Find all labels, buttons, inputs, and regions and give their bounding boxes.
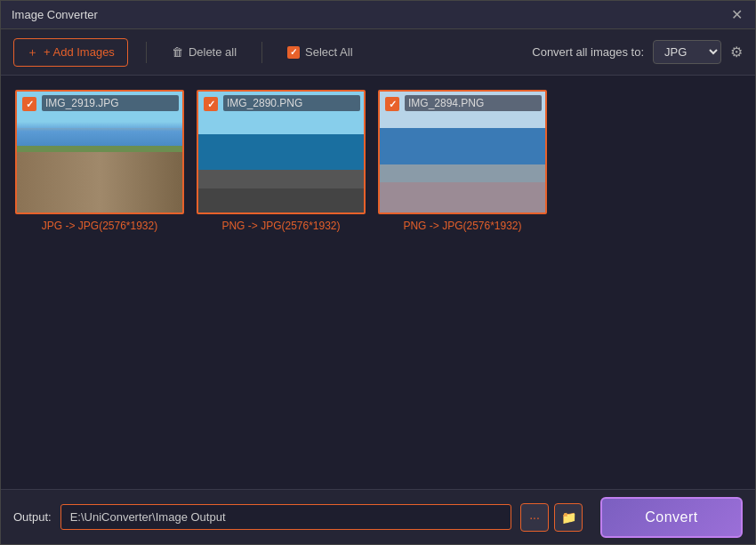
image-filename-3: IMG_2894.PNG — [405, 95, 542, 111]
bottom-bar: Output: ··· 📁 Convert — [1, 489, 755, 544]
browse-buttons: ··· 📁 — [520, 503, 583, 532]
image-conversion-info-2: PNG -> JPG(2576*1932) — [221, 220, 340, 232]
add-images-button[interactable]: ＋ + Add Images — [13, 38, 128, 67]
settings-icon[interactable]: ⚙ — [730, 44, 743, 60]
open-folder-button[interactable]: 📁 — [554, 503, 583, 532]
image-conversion-info-1: JPG -> JPG(2576*1932) — [42, 220, 157, 232]
image-checkbox-1[interactable]: ✓ — [22, 97, 36, 111]
close-button[interactable]: ✕ — [728, 7, 744, 23]
convert-button[interactable]: Convert — [600, 497, 743, 538]
images-grid: ✓ IMG_2919.JPG JPG -> JPG(2576*1932) ✓ I… — [15, 90, 741, 232]
delete-all-label: Delete all — [189, 45, 237, 59]
delete-all-button[interactable]: 🗑 Delete all — [165, 42, 244, 62]
list-item: ✓ IMG_2894.PNG PNG -> JPG(2576*1932) — [378, 90, 547, 232]
select-all-button[interactable]: Select All — [280, 42, 359, 62]
list-item: ✓ IMG_2919.JPG JPG -> JPG(2576*1932) — [15, 90, 184, 232]
output-path-input[interactable] — [60, 504, 511, 530]
image-checkbox-3[interactable]: ✓ — [385, 97, 399, 111]
image-card-3[interactable]: ✓ IMG_2894.PNG — [378, 90, 547, 214]
image-checkbox-2[interactable]: ✓ — [204, 97, 218, 111]
list-item: ✓ IMG_2890.PNG PNG -> JPG(2576*1932) — [197, 90, 366, 232]
checkbox-icon — [287, 46, 300, 59]
image-card-1[interactable]: ✓ IMG_2919.JPG — [15, 90, 184, 214]
image-filename-2: IMG_2890.PNG — [223, 95, 360, 111]
main-content: ✓ IMG_2919.JPG JPG -> JPG(2576*1932) ✓ I… — [1, 76, 755, 489]
format-select[interactable]: JPG PNG BMP GIF TIFF WEBP — [653, 40, 721, 64]
browse-ellipsis-button[interactable]: ··· — [520, 503, 549, 532]
convert-all-label: Convert all images to: — [532, 45, 644, 59]
image-filename-1: IMG_2919.JPG — [42, 95, 179, 111]
image-conversion-info-3: PNG -> JPG(2576*1932) — [403, 220, 521, 232]
image-card-2[interactable]: ✓ IMG_2890.PNG — [197, 90, 366, 214]
select-all-label: Select All — [305, 45, 352, 59]
format-selector-area: Convert all images to: JPG PNG BMP GIF T… — [532, 40, 743, 64]
toolbar: ＋ + Add Images 🗑 Delete all Select All C… — [1, 29, 755, 76]
output-label: Output: — [13, 510, 52, 524]
trash-icon: 🗑 — [172, 45, 183, 59]
plus-icon: ＋ — [27, 44, 38, 60]
window-title: Image Converter — [12, 8, 98, 21]
add-images-label: + Add Images — [44, 45, 115, 59]
title-bar: Image Converter ✕ — [1, 1, 755, 29]
divider-2 — [261, 42, 262, 63]
divider-1 — [146, 42, 147, 63]
main-window: Image Converter ✕ ＋ + Add Images 🗑 Delet… — [0, 0, 756, 545]
